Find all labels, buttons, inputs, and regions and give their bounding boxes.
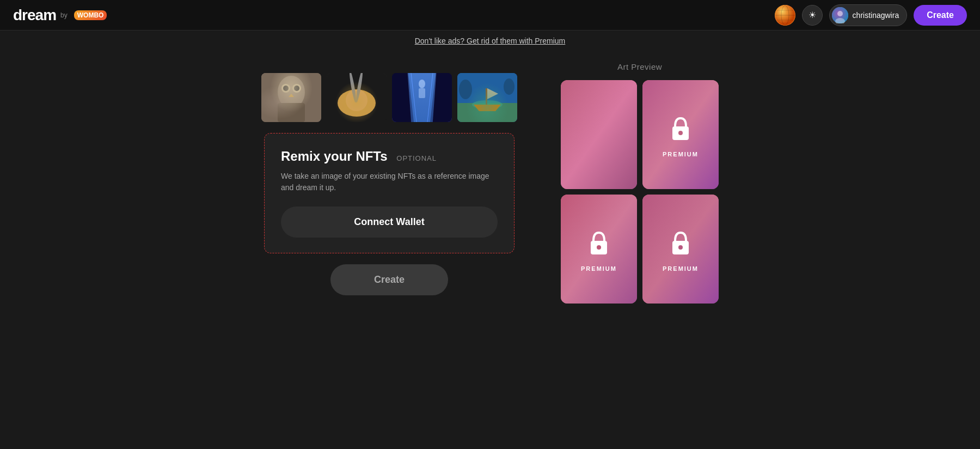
thumbnail-boat[interactable] [457,73,517,122]
svg-rect-26 [419,88,425,98]
svg-marker-32 [487,88,498,99]
svg-point-29 [472,100,503,109]
thumbnail-owl[interactable] [261,73,321,122]
ad-banner: Don't like ads? Get rid of them with Pre… [0,31,980,51]
sun-icon: ☀ [808,10,816,20]
svg-point-18 [346,89,367,111]
svg-marker-22 [408,73,436,122]
art-preview-label: Art Preview [617,62,662,71]
preview-card-1[interactable] [561,80,637,189]
svg-rect-15 [278,103,305,122]
logo-area: dream by WOMBO [13,7,107,24]
svg-point-13 [294,86,299,91]
svg-point-42 [597,245,601,250]
main-content: Remix your NFTs OPTIONAL We take an imag… [0,51,980,304]
preview-card-4[interactable]: PREMIUM [642,195,719,304]
connect-wallet-button[interactable]: Connect Wallet [281,207,498,238]
svg-point-11 [292,84,301,93]
svg-point-34 [504,78,514,95]
svg-rect-35 [561,80,637,189]
svg-line-23 [411,73,416,122]
username-label: christinagwira [853,11,899,20]
svg-rect-28 [457,103,517,122]
left-panel: Remix your NFTs OPTIONAL We take an imag… [261,73,517,295]
logo-dream: dream [13,7,56,24]
svg-rect-16 [327,73,387,122]
svg-point-46 [678,245,683,250]
svg-text:PREMIUM: PREMIUM [663,265,699,272]
create-button[interactable]: Create [914,5,967,26]
preview-card-3[interactable]: PREMIUM [561,195,637,304]
svg-point-33 [459,80,472,99]
svg-line-24 [427,73,433,122]
svg-rect-21 [392,73,452,122]
header: dream by WOMBO [0,0,980,31]
preview-grid: PREMIUM PREMI [561,80,719,304]
svg-text:PREMIUM: PREMIUM [663,151,699,157]
logo-by: by [60,11,68,19]
nft-description: We take an image of your existing NFTs a… [281,171,498,193]
logo-wombo: WOMBO [74,10,107,20]
nft-title: Remix your NFTs OPTIONAL [281,149,498,164]
svg-marker-14 [289,94,294,97]
theme-toggle-button[interactable]: ☀ [802,5,823,26]
premium-ad-link[interactable]: Don't like ads? Get rid of them with Pre… [415,37,566,45]
svg-point-38 [678,131,683,135]
svg-point-10 [281,84,290,93]
create-bottom-button[interactable]: Create [330,264,448,295]
svg-point-20 [355,73,364,103]
svg-point-25 [419,80,425,88]
svg-point-12 [283,86,289,91]
thumbnail-row [261,73,517,122]
svg-point-19 [348,73,357,103]
svg-point-6 [837,11,843,16]
user-menu-button[interactable]: christinagwira [829,4,908,26]
nft-optional-label: OPTIONAL [396,154,437,162]
header-actions: ☀ christinagwira Cre [775,4,967,26]
preview-card-2[interactable]: PREMIUM [642,80,719,189]
svg-rect-27 [457,73,517,122]
avatar [832,7,848,23]
nft-remix-box: Remix your NFTs OPTIONAL We take an imag… [264,133,514,253]
globe-svg [775,5,795,26]
svg-rect-8 [261,73,321,122]
svg-rect-31 [486,88,487,105]
right-panel: Art Preview [561,62,719,304]
svg-point-9 [278,76,305,108]
svg-text:PREMIUM: PREMIUM [581,265,617,272]
svg-point-17 [338,89,376,117]
thumbnail-food[interactable] [327,73,387,122]
svg-marker-30 [474,105,501,111]
globe-icon[interactable] [775,5,795,26]
thumbnail-escalator[interactable] [392,73,452,122]
